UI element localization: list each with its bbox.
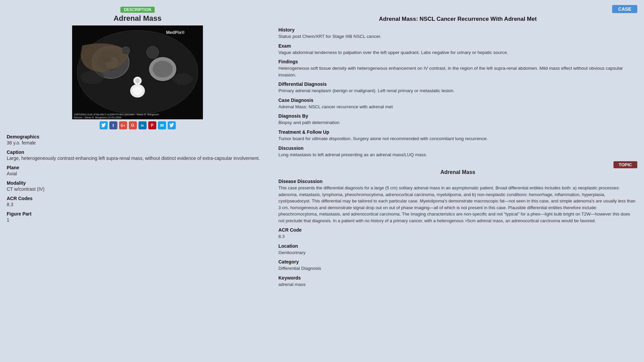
description-badge: DESCRIPTION	[7, 7, 268, 14]
demographics-value: 38 y.o. female	[7, 140, 268, 145]
fb-letter: f	[112, 123, 114, 128]
gp-letter: G+	[121, 124, 125, 127]
svg-point-12	[80, 71, 104, 84]
caption-section: Caption Large, heterogeneously contrast-…	[7, 149, 268, 161]
svg-point-13	[173, 73, 193, 85]
social-icons-row: f G+ G in P ✉	[7, 121, 268, 129]
acr-codes-label: ACR Codes	[7, 196, 268, 201]
case-diagnosis-text: Adrenal Mass: NSCL cancer recurrence wit…	[278, 104, 637, 110]
exam-section: Exam Vague abdominal tenderness to palpa…	[278, 43, 637, 56]
plane-value: Axial	[7, 171, 268, 176]
differential-diagnosis-label: Differential Diagnosis	[278, 81, 637, 87]
acr-codes-value: 8.3	[7, 202, 268, 207]
treatment-text: Tumor board for ultimate disposition. Su…	[278, 135, 637, 142]
caption-value: Large, heterogeneously contrast-enhancin…	[7, 156, 268, 161]
modality-section: Modality CT w/contrast (IV)	[7, 180, 268, 192]
svg-point-5	[153, 61, 173, 77]
svg-point-3	[133, 86, 142, 95]
left-panel: DESCRIPTION Adrenal Mass	[7, 3, 268, 359]
figure-part-label: Figure Part	[7, 211, 268, 217]
svg-text:14870063-c1a5-478a-86c7-cc32f4: 14870063-c1a5-478a-86c7-cc32f47f7c8d,Upl…	[74, 113, 159, 116]
diagnosis-by-section: Diagnosis By Biopsy and path determinati…	[278, 113, 637, 126]
keywords-value: adrenal mass	[278, 281, 637, 288]
msg-letter: ✉	[160, 123, 164, 128]
exam-text: Vague abdominal tenderness to palpation …	[278, 49, 637, 56]
discussion-label: Discussion	[278, 145, 637, 151]
google-plus-icon-1[interactable]: G+	[119, 121, 127, 129]
location-section: Location Genitourinary	[278, 243, 637, 256]
case-diagnosis-section: Case Diagnosis Adrenal Mass: NSCL cancer…	[278, 98, 637, 110]
case-button[interactable]: CASE	[612, 5, 637, 13]
plane-label: Plane	[7, 165, 268, 170]
history-label: History	[278, 27, 637, 33]
twitter-icon-1[interactable]	[100, 121, 108, 129]
message-icon[interactable]: ✉	[158, 121, 166, 129]
modality-value: CT w/contrast (IV)	[7, 186, 268, 192]
keywords-section: Keywords adrenal mass	[278, 275, 637, 288]
differential-diagnosis-text: Primary adrenal neoplasm (benign or mali…	[278, 87, 637, 94]
svg-text:Source : Dana G. Borgeson,12-0: Source : Dana G. Borgeson,12-03-2006	[74, 116, 121, 119]
treatment-section: Treatment & Follow Up Tumor board for ul…	[278, 129, 637, 142]
acr-codes-section: ACR Codes 8.3	[7, 196, 268, 207]
location-label: Location	[278, 243, 637, 249]
treatment-label: Treatment & Follow Up	[278, 129, 637, 135]
right-panel: CASE Adrenal Mass: NSCL Cancer Recurrenc…	[278, 3, 637, 359]
disease-discussion-section: Disease Discussion This case presents th…	[278, 179, 637, 224]
location-value: Genitourinary	[278, 249, 637, 256]
category-section: Category Differential Diagnosis	[278, 259, 637, 272]
pi-letter: P	[151, 123, 153, 128]
category-label: Category	[278, 259, 637, 264]
keywords-label: Keywords	[278, 275, 637, 281]
diagnosis-by-text: Biopsy and path determination	[278, 119, 637, 126]
acr-code-section: ACR Code 8.3	[278, 227, 637, 240]
topic-button[interactable]: TOPIC	[613, 161, 638, 168]
disease-discussion-text: This case presents the differential diag…	[278, 185, 637, 224]
findings-label: Findings	[278, 59, 637, 64]
svg-point-15	[122, 47, 130, 55]
svg-text:MedPix®: MedPix®	[166, 30, 185, 35]
g-letter: G	[131, 123, 134, 128]
acr-code-value: 8.3	[278, 233, 637, 240]
plane-section: Plane Axial	[7, 165, 268, 176]
modality-label: Modality	[7, 180, 268, 186]
figure-part-value: 1	[7, 217, 268, 223]
discussion-section: Discussion Lung metastasis to left adren…	[278, 145, 637, 158]
category-value: Differential Diagnosis	[278, 265, 637, 272]
disease-discussion-label: Disease Discussion	[278, 179, 637, 184]
li-letter: in	[141, 124, 144, 127]
acr-code-label: ACR Code	[278, 227, 637, 233]
topic-button-container: TOPIC	[278, 161, 637, 168]
demographics-label: Demographics	[7, 134, 268, 139]
svg-point-7	[135, 78, 140, 83]
figure-part-section: Figure Part 1	[7, 211, 268, 223]
twitter-icon-2[interactable]	[168, 121, 176, 129]
findings-text: Heterogeneous soft tissue density with h…	[278, 65, 637, 78]
ct-scan-svg: 14870063-c1a5-478a-86c7-cc32f47f7c8d,Upl…	[72, 25, 203, 119]
case-diagnosis-label: Case Diagnosis	[278, 98, 637, 103]
google-icon-2[interactable]: G	[129, 121, 137, 129]
caption-label: Caption	[7, 149, 268, 155]
linkedin-icon[interactable]: in	[139, 121, 147, 129]
pinterest-icon[interactable]: P	[148, 121, 156, 129]
image-title: Adrenal Mass	[7, 14, 268, 23]
case-title: Adrenal Mass: NSCL Cancer Recurrence Wit…	[278, 16, 637, 22]
demographics-section: Demographics 38 y.o. female	[7, 134, 268, 145]
history-text: Status post Chem/XRT for Stage IIIB NSCL…	[278, 33, 637, 40]
history-section: History Status post Chem/XRT for Stage I…	[278, 27, 637, 40]
differential-diagnosis-section: Differential Diagnosis Primary adrenal n…	[278, 81, 637, 94]
facebook-icon[interactable]: f	[109, 121, 117, 129]
svg-point-14	[147, 46, 159, 58]
findings-section: Findings Heterogeneous soft tissue densi…	[278, 59, 637, 78]
topic-title: Adrenal Mass	[278, 169, 637, 175]
diagnosis-by-label: Diagnosis By	[278, 113, 637, 119]
discussion-text: Lung metastasis to left adrenal presenti…	[278, 152, 637, 158]
ct-scan-image: 14870063-c1a5-478a-86c7-cc32f47f7c8d,Upl…	[72, 25, 203, 119]
exam-label: Exam	[278, 43, 637, 49]
case-button-container: CASE	[278, 5, 637, 13]
